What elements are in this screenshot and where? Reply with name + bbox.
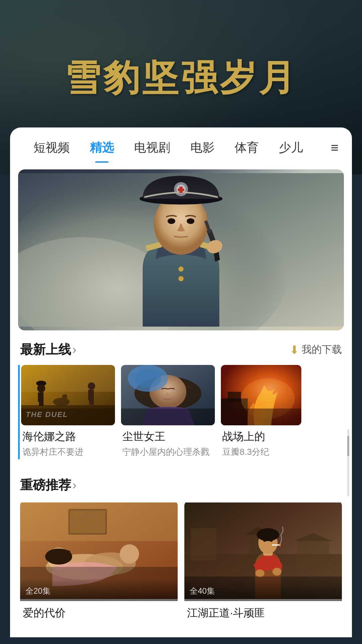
svg-point-33 — [62, 394, 67, 399]
svg-rect-46 — [221, 409, 301, 425]
svg-rect-35 — [21, 405, 115, 425]
nav-tabs: 短视频 精选 电视剧 电影 体育 少儿 ≡ — [10, 127, 352, 163]
tab-kids[interactable]: 少儿 — [269, 140, 313, 163]
svg-rect-29 — [88, 390, 91, 400]
movie-thumb-duel: THE DUEL — [21, 365, 115, 425]
recommend-card-jianghu[interactable]: 全40集 江湖正道·斗顽匪 — [184, 500, 342, 623]
movie-title-queen: 尘世女王 — [122, 429, 214, 444]
movie-card-duel[interactable]: THE DUEL 海伦娜之路 诡异村庄不要进 — [18, 365, 115, 459]
tab-short-video[interactable]: 短视频 — [23, 140, 80, 163]
recommend-section-header: 重磅推荐 › — [10, 466, 352, 500]
movie-title-duel: 海伦娜之路 — [22, 429, 114, 444]
queen-thumbnail — [121, 365, 215, 425]
scroll-thumb — [347, 436, 349, 456]
scroll-indicator — [347, 429, 349, 496]
tab-tv-drama[interactable]: 电视剧 — [124, 140, 180, 163]
duel-thumbnail: THE DUEL — [21, 365, 115, 425]
movie-thumb-queen — [121, 365, 215, 425]
recommend-title-love: 爱的代价 — [20, 601, 178, 623]
svg-point-70 — [273, 568, 282, 576]
hero-title: 雪豹坚强岁月 — [0, 0, 362, 103]
movie-info-duel: 海伦娜之路 诡异村庄不要进 — [21, 425, 115, 459]
svg-point-8 — [187, 218, 194, 224]
movie-subtitle-duel: 诡异村庄不要进 — [22, 446, 114, 458]
svg-rect-60 — [191, 528, 217, 560]
svg-rect-18 — [178, 189, 184, 191]
movie-subtitle-battle: 豆瓣8.3分纪 — [222, 446, 300, 458]
svg-rect-25 — [38, 392, 41, 402]
svg-point-69 — [255, 570, 264, 577]
movie-subtitle-queen: 宁静小屋内的心理杀戮 — [122, 446, 214, 458]
svg-point-23 — [37, 384, 45, 392]
svg-point-68 — [257, 528, 279, 541]
recommend-title-jianghu: 江湖正道·斗顽匪 — [184, 601, 342, 623]
download-icon: ⬇ — [290, 343, 299, 357]
movie-info-queen: 尘世女王 宁静小屋内的心理杀戮 — [121, 425, 215, 459]
svg-point-31 — [53, 398, 70, 406]
movie-card-queen[interactable]: 尘世女王 宁静小屋内的心理杀戮 — [121, 365, 215, 459]
jianghu-badge: 全40集 — [190, 586, 215, 595]
latest-movies-row: THE DUEL 海伦娜之路 诡异村庄不要进 — [10, 365, 352, 459]
movie-title-battle: 战场上的 — [222, 429, 300, 444]
tab-sports[interactable]: 体育 — [225, 140, 269, 163]
battle-thumbnail — [221, 365, 301, 425]
svg-point-52 — [120, 544, 139, 564]
svg-rect-44 — [228, 392, 241, 402]
svg-point-7 — [168, 218, 175, 224]
recommend-thumb-jianghu: 全40集 — [184, 500, 342, 601]
nav-menu-icon[interactable]: ≡ — [331, 140, 339, 162]
svg-rect-32 — [58, 398, 61, 405]
movie-info-battle: 战场上的 豆瓣8.3分纪 — [221, 425, 301, 459]
tab-featured[interactable]: 精选 — [80, 140, 124, 163]
svg-point-27 — [88, 382, 95, 390]
main-card: 短视频 精选 电视剧 电影 体育 少儿 ≡ — [10, 127, 352, 637]
svg-rect-71 — [297, 541, 329, 567]
svg-rect-56 — [70, 511, 106, 533]
recommend-title[interactable]: 重磅推荐 › — [20, 477, 76, 494]
svg-rect-67 — [279, 544, 281, 546]
love-badge: 全20集 — [25, 586, 51, 595]
svg-point-15 — [178, 267, 183, 272]
recommend-thumb-love: 全20集 — [20, 500, 178, 601]
recommend-grid: 全20集 爱的代价 — [10, 500, 352, 637]
movie-thumb-battle — [221, 365, 301, 425]
recommend-card-love[interactable]: 全20集 爱的代价 — [20, 500, 178, 623]
svg-point-40 — [134, 369, 161, 388]
svg-rect-20 — [21, 365, 115, 392]
movie-card-battle[interactable]: 战场上的 豆瓣8.3分纪 — [221, 365, 301, 459]
featured-banner[interactable] — [18, 169, 344, 330]
svg-rect-30 — [91, 390, 94, 400]
svg-rect-41 — [121, 409, 215, 425]
tab-movie[interactable]: 电影 — [180, 140, 225, 163]
svg-point-16 — [178, 276, 183, 281]
latest-title[interactable]: 最新上线 › — [20, 341, 76, 358]
svg-rect-66 — [272, 544, 280, 546]
svg-rect-26 — [41, 392, 44, 402]
download-action[interactable]: ⬇ 我的下载 — [290, 343, 342, 357]
recommend-overlay-jianghu: 全40集 — [184, 579, 342, 601]
latest-section-header: 最新上线 › ⬇ 我的下载 — [10, 330, 352, 365]
banner-image — [18, 169, 344, 330]
recommend-overlay-love: 全20集 — [20, 579, 178, 601]
